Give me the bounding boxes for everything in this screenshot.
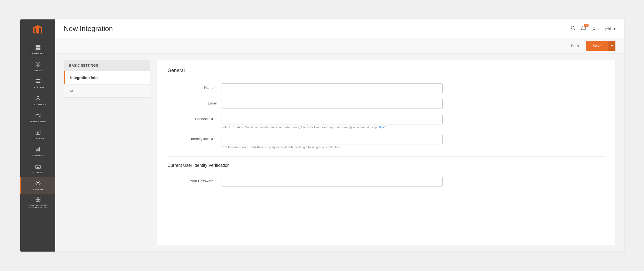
svg-rect-26	[36, 199, 38, 201]
sales-icon: $	[35, 61, 41, 68]
nav-integration-info-label: Integration Info	[70, 76, 98, 80]
user-name: magebit	[598, 27, 612, 31]
sidebar-marketing-label: MARKETING	[30, 120, 46, 123]
callback-url-label: Callback URL	[168, 115, 222, 121]
name-required-mark: *	[215, 86, 216, 90]
svg-rect-25	[38, 197, 40, 199]
dashboard-icon	[35, 44, 41, 51]
save-button[interactable]: Save	[586, 41, 608, 51]
section-divider	[168, 156, 604, 157]
stores-icon	[35, 163, 41, 170]
back-arrow-icon: ←	[566, 44, 569, 48]
user-dropdown-icon: ▾	[614, 27, 615, 31]
sidebar-item-dashboard[interactable]: DASHBOARD	[20, 41, 55, 58]
identity-link-url-input[interactable]	[222, 135, 443, 144]
callback-url-hint: Enter URL where Oauth credentials can be…	[222, 126, 443, 129]
name-input[interactable]	[222, 83, 443, 93]
your-password-input[interactable]	[222, 177, 443, 187]
sidebar-item-stores[interactable]: STORES	[20, 160, 55, 177]
email-field-row: Email	[168, 99, 604, 109]
email-input[interactable]	[222, 99, 443, 109]
svg-rect-19	[37, 148, 39, 151]
svg-rect-6	[36, 48, 38, 50]
sidebar-content-label: CONTENT	[32, 137, 44, 140]
sidebar-item-marketing[interactable]: MARKETING	[20, 109, 55, 126]
nav-item-api[interactable]: API	[64, 84, 150, 97]
content-area: BASIC SETTINGS Integration Info API Gene…	[55, 53, 624, 252]
verification-section-title: Current User Identity Verification	[168, 163, 604, 171]
sidebar-item-system[interactable]: SYSTEM	[20, 177, 55, 194]
svg-rect-15	[37, 131, 39, 131]
identity-link-url-field-row: Identity link URL URL to redirect user t…	[168, 135, 604, 149]
general-section-title: General	[168, 68, 604, 77]
svg-rect-20	[39, 147, 40, 151]
name-field-row: Name *	[168, 83, 604, 93]
callback-url-input[interactable]	[222, 115, 443, 124]
svg-rect-7	[38, 48, 40, 50]
identity-link-url-hint: URL to redirect user to link their 3rd p…	[222, 145, 443, 149]
svg-point-23	[37, 182, 39, 184]
sidebar-customers-label: CUSTOMERS	[30, 103, 46, 106]
catalog-icon	[35, 78, 41, 85]
user-avatar-icon	[591, 26, 597, 32]
nav-item-integration-info[interactable]: Integration Info	[64, 71, 150, 84]
page-title: New Integration	[64, 25, 113, 33]
back-button[interactable]: ← Back	[562, 42, 583, 50]
sidebar-dashboard-label: DASHBOARD	[30, 52, 47, 55]
your-password-label: Your Password *	[168, 177, 222, 183]
sidebar-catalog-label: CATALOG	[32, 86, 44, 89]
main-content: New Integration 39 magebit ▾	[55, 19, 624, 252]
svg-text:$: $	[37, 63, 39, 66]
svg-rect-5	[38, 45, 40, 47]
notification-button[interactable]: 39	[581, 25, 587, 32]
email-input-wrap	[222, 99, 604, 109]
save-dropdown-icon: ▾	[611, 44, 613, 48]
svg-rect-22	[37, 167, 39, 168]
sidebar-logo	[20, 19, 55, 41]
magento-logo-icon	[32, 24, 44, 36]
sidebar-item-partners[interactable]: FIND PARTNERS& EXTENSIONS	[20, 194, 55, 211]
svg-rect-16	[37, 132, 39, 133]
password-required-mark: *	[215, 179, 216, 183]
sidebar-sales-label: SALES	[34, 69, 43, 72]
top-bar: New Integration 39 magebit ▾	[55, 19, 624, 38]
user-menu[interactable]: magebit ▾	[591, 26, 615, 32]
customers-icon	[35, 95, 41, 102]
svg-rect-4	[36, 45, 38, 47]
svg-point-13	[37, 96, 39, 99]
callback-url-field-row: Callback URL Enter URL where Oauth crede…	[168, 115, 604, 129]
search-button[interactable]	[570, 25, 576, 32]
sidebar-item-reports[interactable]: REPORTS	[20, 143, 55, 160]
sidebar-item-customers[interactable]: CUSTOMERS	[20, 92, 55, 109]
save-button-group: Save ▾	[586, 41, 615, 51]
https-link: https://	[378, 126, 387, 129]
identity-link-url-label: Identity link URL	[168, 135, 222, 141]
app-container: DASHBOARD $ SALES CATALOG CUSTOMERS	[20, 19, 624, 252]
email-label: Email	[168, 99, 222, 105]
sidebar-partners-label: FIND PARTNERS& EXTENSIONS	[29, 204, 48, 209]
identity-link-url-input-wrap: URL to redirect user to link their 3rd p…	[222, 135, 604, 149]
your-password-field-row: Your Password *	[168, 177, 604, 187]
svg-rect-17	[37, 133, 38, 134]
save-dropdown-button[interactable]: ▾	[608, 41, 615, 51]
notification-count: 39	[584, 24, 589, 27]
action-bar: ← Back Save ▾	[55, 38, 624, 53]
sidebar-reports-label: REPORTS	[32, 154, 44, 157]
svg-point-30	[593, 27, 595, 29]
svg-rect-10	[36, 79, 40, 80]
sidebar-item-sales[interactable]: $ SALES	[20, 58, 55, 75]
marketing-icon	[35, 112, 41, 119]
sidebar-stores-label: STORES	[33, 171, 43, 174]
svg-rect-24	[36, 197, 38, 199]
sidebar-item-content[interactable]: CONTENT	[20, 126, 55, 143]
your-password-input-wrap	[222, 177, 604, 187]
name-input-wrap	[222, 83, 604, 93]
sidebar-item-catalog[interactable]: CATALOG	[20, 75, 55, 92]
sidebar: DASHBOARD $ SALES CATALOG CUSTOMERS	[20, 19, 55, 252]
partners-icon	[35, 196, 41, 203]
back-label: Back	[571, 44, 579, 48]
reports-icon	[35, 146, 41, 153]
svg-rect-18	[36, 150, 37, 151]
sidebar-system-label: SYSTEM	[33, 188, 43, 191]
name-label: Name *	[168, 83, 222, 90]
